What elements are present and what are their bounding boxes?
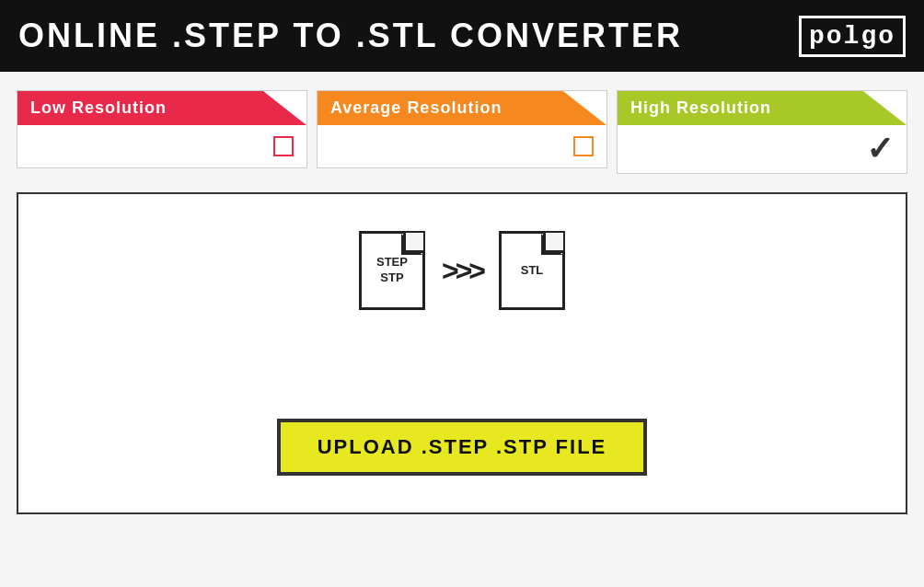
step-file-icon: STEP STP — [359, 231, 425, 310]
high-resolution-card[interactable]: High Resolution ✓ — [617, 90, 907, 174]
logo-text: polgo — [809, 22, 895, 51]
resolution-row: Low Resolution Average Resolution High R… — [0, 72, 924, 192]
converter-visual: STEP STP >>> STL — [359, 231, 565, 310]
page-header: ONLINE .STEP TO .STL CONVERTER polgo — [0, 0, 924, 72]
high-resolution-checkbox-area[interactable]: ✓ — [618, 125, 907, 173]
high-resolution-checkmark: ✓ — [866, 132, 894, 166]
stl-file-corner — [543, 233, 563, 253]
avg-resolution-card[interactable]: Average Resolution — [317, 90, 607, 168]
low-resolution-card[interactable]: Low Resolution — [17, 90, 307, 168]
avg-resolution-checkbox-area[interactable] — [318, 125, 606, 167]
stl-file-shape: STL — [499, 231, 565, 310]
low-resolution-label: Low Resolution — [17, 91, 306, 125]
avg-resolution-checkbox[interactable] — [573, 136, 594, 156]
avg-resolution-label: Average Resolution — [318, 91, 606, 125]
logo-box: polgo — [799, 16, 906, 57]
high-resolution-label: High Resolution — [618, 91, 907, 125]
stl-file-icon: STL — [499, 231, 565, 310]
low-resolution-checkbox-area[interactable] — [17, 125, 306, 167]
page-title: ONLINE .STEP TO .STL CONVERTER — [18, 17, 683, 55]
low-resolution-checkbox[interactable] — [273, 136, 294, 156]
upload-button[interactable]: UPLOAD .STEP .STP FILE — [277, 419, 648, 476]
step-file-shape: STEP STP — [359, 231, 425, 310]
stl-file-label: STL — [521, 263, 544, 279]
main-content-area: STEP STP >>> STL UPLOAD .STEP .STP FILE — [17, 192, 907, 514]
step-file-label: STEP STP — [376, 255, 408, 286]
step-file-corner — [403, 233, 423, 253]
converter-arrows: >>> — [442, 254, 482, 288]
